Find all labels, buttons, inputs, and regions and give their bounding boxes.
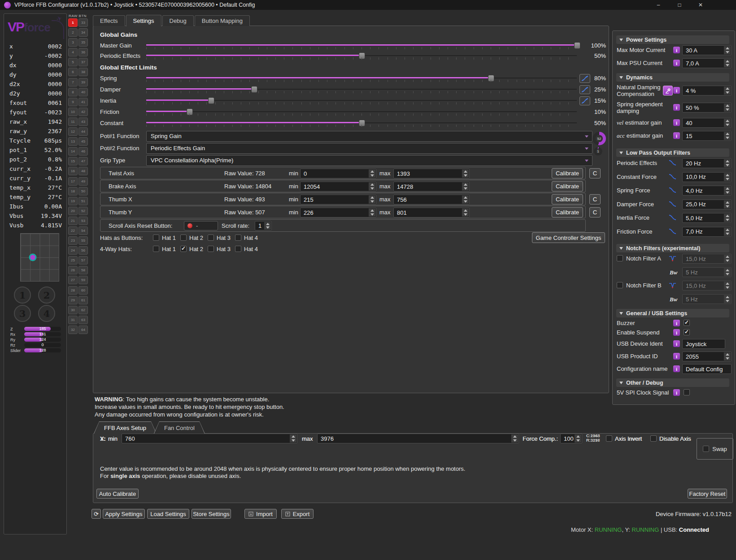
notch-b-bw-input[interactable]: 5 Hz [682,294,732,304]
slider[interactable] [146,41,577,50]
close-button[interactable]: ✕ [693,0,708,10]
slider[interactable] [146,96,577,105]
dropdown-select[interactable]: VPC Constellation Alpha(Prime) [146,155,592,166]
factory-reset-button[interactable]: Factory Reset [688,489,727,499]
lowpass-input[interactable]: 25,0 Hz [682,200,732,209]
max-input[interactable]: 756 [393,195,470,204]
spinner[interactable] [724,104,731,112]
spinner[interactable] [724,214,731,222]
store-settings-button[interactable]: Store Settings [192,509,231,519]
calibrate-button[interactable]: Calibrate [552,168,583,178]
lowpass-input[interactable]: 7,0 Hz [682,227,732,237]
spinner[interactable] [290,434,296,443]
max-input[interactable]: 801 [393,208,470,217]
spinner[interactable] [511,434,518,443]
info-icon[interactable] [673,329,680,336]
max-input[interactable]: 1393 [393,169,470,178]
spinner[interactable] [724,59,731,67]
slider[interactable] [146,74,577,83]
maximize-button[interactable]: □ [672,0,687,10]
force-comp-input[interactable]: 100 [560,434,582,443]
spinner[interactable] [369,208,375,217]
max-psu-current-input[interactable]: 7,0 A [682,58,732,68]
spinner[interactable] [724,187,731,195]
info-icon[interactable] [673,353,680,360]
hat-checkbox[interactable] [180,234,187,241]
lowpass-input[interactable]: 4,0 Hz [682,186,732,195]
lowpass-input[interactable]: 10,0 Hz [682,172,732,182]
export-button[interactable]: Export [281,509,314,519]
min-input[interactable]: 215 [300,195,376,204]
spinner[interactable] [724,119,731,127]
min-input[interactable]: 12054 [300,182,376,191]
dropdown-select[interactable]: Spring Gain [146,131,592,142]
spinner[interactable] [724,46,731,54]
enable-suspend-checkbox[interactable] [684,329,690,335]
buzzer-checkbox[interactable] [684,320,690,326]
min-input[interactable]: 0 [300,169,376,178]
spinner[interactable] [724,132,731,140]
calibrate-button[interactable]: Calibrate [552,207,583,217]
spinner[interactable] [724,255,731,263]
disable-axis-checkbox[interactable] [650,435,657,442]
hat-checkbox[interactable] [153,234,159,241]
response-curve-button[interactable] [579,96,590,105]
usb-product-id-input[interactable]: 2055 [682,352,732,361]
lowpass-input[interactable]: 5,0 Hz [682,213,732,223]
hat-checkbox[interactable] [208,246,214,252]
hat-checkbox[interactable] [153,246,159,252]
notch-a-checkbox[interactable] [617,255,623,261]
power-settings-header[interactable]: Power Settings [616,35,729,44]
calibrate-button[interactable]: Calibrate [552,181,583,191]
hat-checkbox[interactable] [235,246,241,252]
swap-checkbox[interactable] [703,446,709,452]
hat-checkbox[interactable] [180,246,187,252]
info-icon[interactable] [673,87,680,94]
axis-invert-checkbox[interactable] [606,435,612,442]
spinner[interactable] [724,200,731,208]
min-input[interactable]: 226 [300,208,376,217]
notch-b-checkbox[interactable] [617,282,623,288]
max-motor-current-input[interactable]: 30 A [682,45,732,55]
curve-c-button[interactable]: C [589,194,601,204]
lowpass-input[interactable]: 20 Hz [682,158,732,168]
spinner[interactable] [724,268,731,276]
info-icon[interactable] [673,104,680,111]
minimize-button[interactable]: – [651,0,666,10]
scroll-reset-button[interactable]: - [184,221,218,230]
info-icon[interactable] [673,320,680,326]
ffb-max-input[interactable]: 3976 [317,434,519,443]
hat-checkbox[interactable] [208,234,214,241]
usb-settings-header[interactable]: General / USB Settings [616,309,729,317]
spinner[interactable] [724,228,731,236]
dynamics-header[interactable]: Dynamics [616,73,729,82]
game-controller-settings-button[interactable]: Game Controller Settings [532,232,605,243]
ffb-tab[interactable]: FFB Axes Setup [94,421,157,434]
hat-checkbox[interactable] [235,234,241,241]
usb-device-ident-input[interactable]: Joystick [682,339,725,349]
spinner[interactable] [369,195,375,204]
ffb-tab[interactable]: Fan Control [154,421,205,434]
acc-estimator-gain-input[interactable]: 15 [682,131,732,141]
info-icon[interactable] [673,389,680,396]
spinner[interactable] [724,87,731,95]
slider[interactable] [146,85,577,94]
spinner[interactable] [724,159,731,167]
notch-b-freq-input[interactable]: 15,0 Hz [682,281,732,291]
spinner[interactable] [724,173,731,181]
info-icon[interactable] [673,60,680,66]
vel-estimator-gain-input[interactable]: 40 [682,118,732,128]
response-curve-button[interactable] [579,74,590,83]
spinner[interactable] [462,195,469,204]
curve-c-button[interactable]: C [589,207,601,217]
dropdown-select[interactable]: Periodic Effects Gain [146,143,592,154]
spinner[interactable] [369,169,375,178]
spinner[interactable] [724,282,731,290]
spinner[interactable] [462,182,469,191]
auto-calibrate-button[interactable]: Auto Calibrate [96,489,139,499]
natural-damping-input[interactable]: 4 % [682,86,732,96]
spinner[interactable] [724,352,731,360]
spinner[interactable] [724,295,731,303]
spinner[interactable] [575,434,581,443]
max-input[interactable]: 14728 [393,182,470,191]
